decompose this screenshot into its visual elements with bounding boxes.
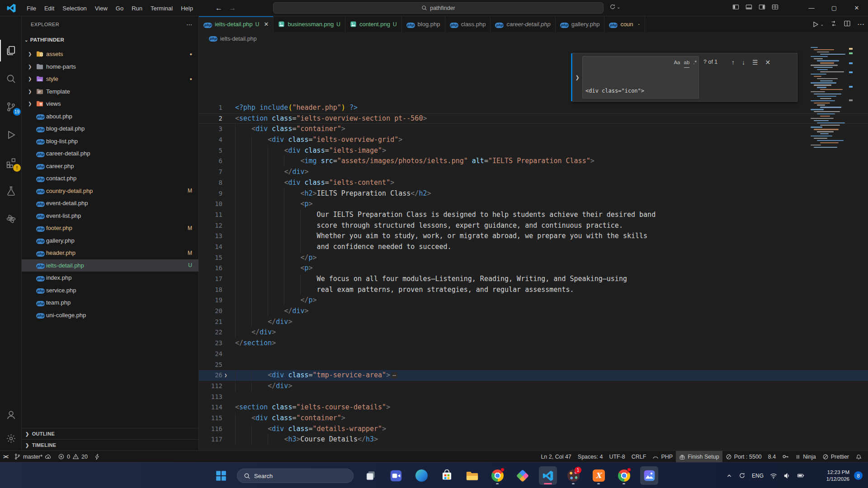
toggle-sidebar-left-icon[interactable]	[731, 3, 740, 11]
tree-item-style[interactable]: ❯cssstyle●	[22, 73, 198, 85]
tree-item-team-php[interactable]: phpteam.php	[22, 296, 198, 309]
tree-item-assets[interactable]: ❯assets●	[22, 48, 198, 61]
code-line-26[interactable]: 26❯ <div class="tmp-service-area">⋯	[199, 370, 868, 381]
code-line-3[interactable]: 3 <div class="container">	[199, 124, 868, 135]
menu-go[interactable]: Go	[112, 3, 127, 14]
code-line-6[interactable]: 6 <img src="assets/images/photos/ielts.p…	[199, 156, 868, 167]
taskbar-app-vscode[interactable]	[539, 466, 557, 485]
taskbar-app-chrome[interactable]	[488, 466, 506, 485]
timeline-panel-header[interactable]: ❯ TIMELINE	[22, 439, 198, 450]
battery-icon[interactable]	[797, 472, 805, 479]
code-line-7[interactable]: 7 </div>	[199, 167, 868, 178]
tree-item-footer-php[interactable]: phpfooter.phpM	[22, 222, 198, 235]
close-tab-icon[interactable]: ✕	[264, 21, 269, 28]
tree-item-uni-college-php[interactable]: phpuni-college.php	[22, 309, 198, 322]
status-remote-indicator[interactable]: ><	[0, 451, 11, 462]
status-php-version[interactable]: 8.4	[765, 451, 779, 462]
tree-item-Template[interactable]: ❯Template	[22, 85, 198, 98]
tree-item-header-php[interactable]: phpheader.phpM	[22, 247, 198, 259]
status-notifications-bell[interactable]	[852, 451, 865, 462]
next-match-icon[interactable]: ↓	[742, 59, 745, 101]
code-line-113[interactable]: 113	[199, 392, 868, 403]
code-line-115[interactable]: 115 <div class="container">	[199, 413, 868, 424]
tree-item-home-parts[interactable]: ❯home-parts	[22, 61, 198, 73]
menu-edit[interactable]: Edit	[40, 3, 58, 14]
whole-word-icon[interactable]: ab	[684, 58, 690, 68]
code-line-2[interactable]: 2<section class="ielts-overview-section …	[199, 113, 868, 124]
tree-item-contact-php[interactable]: phpcontact.php	[22, 172, 198, 185]
find-in-selection-icon[interactable]: ☰	[752, 59, 758, 101]
tree-item-event-list-php[interactable]: phpevent-list.php	[22, 210, 198, 222]
status-encoding[interactable]: UTF-8	[606, 451, 628, 462]
status-eol[interactable]: CRLF	[628, 451, 650, 462]
tab-ielts-detail-php[interactable]: phpielts-detail.phpU✕	[199, 16, 274, 32]
find-input[interactable]: Aa ab .* <div class="icon"> <!-- < <img …	[582, 56, 699, 99]
activity-search[interactable]	[0, 68, 22, 89]
back-arrow-icon[interactable]: ←	[215, 4, 222, 12]
status-indentation[interactable]: Spaces: 4	[575, 451, 606, 462]
code-line-21[interactable]: 21 </div>	[199, 317, 868, 328]
match-case-icon[interactable]: Aa	[674, 58, 680, 68]
tray-sync-icon[interactable]	[739, 472, 745, 479]
taskbar-app-diamond-app[interactable]	[514, 466, 532, 485]
volume-icon[interactable]	[783, 472, 791, 479]
tab-blog-php[interactable]: phpblog.php	[402, 16, 445, 32]
activity-extensions[interactable]: !	[0, 152, 22, 174]
code-line-23[interactable]: 23</section>	[199, 338, 868, 349]
menu-file[interactable]: File	[23, 3, 40, 14]
code-line-9[interactable]: 9 <h2>IELTS Preparation Class</h2>	[199, 188, 868, 199]
code-line-12[interactable]: 12 score through structured lessons, exp…	[199, 221, 868, 231]
taskbar-app-microsoft-store[interactable]	[438, 466, 456, 485]
project-root-folder[interactable]: ⌄ PATHFINDER	[22, 34, 198, 45]
tree-item-gallery-php[interactable]: phpgallery.php	[22, 235, 198, 247]
taskbar-app-dots-app[interactable]: 1	[564, 466, 582, 485]
code-line-5[interactable]: 5 <div class="ielts-image">	[199, 145, 868, 156]
tab-career-detail-php[interactable]: phpcareer-detail.php	[491, 16, 555, 32]
status-key[interactable]	[779, 451, 792, 462]
code-line-13[interactable]: 13 Whether you aim to study, work, or mi…	[199, 231, 868, 242]
status-prettier[interactable]: Prettier	[819, 451, 852, 462]
find-widget-sash[interactable]	[571, 53, 572, 101]
status-cursor-position[interactable]: Ln 2, Col 47	[538, 451, 574, 462]
code-line-20[interactable]: 20 </div>	[199, 306, 868, 317]
tree-item-views[interactable]: ❯<>views	[22, 98, 198, 110]
code-line-22[interactable]: 22 </div>	[199, 327, 868, 338]
more-actions-icon[interactable]: ⋯	[857, 20, 864, 28]
explorer-more-actions[interactable]: ⋯	[186, 21, 192, 28]
code-line-14[interactable]: 14 and confidence needed to succeed.	[199, 242, 868, 253]
close-button[interactable]: ✕	[845, 0, 868, 16]
tree-item-service-php[interactable]: phpservice.php	[22, 284, 198, 297]
activity-extension-atom[interactable]	[0, 208, 22, 230]
breadcrumb[interactable]: php ielts-detail.php	[199, 32, 868, 45]
code-line-114[interactable]: 114<section class="ielts-course-details"…	[199, 402, 868, 413]
code-line-19[interactable]: 19 </p>	[199, 295, 868, 306]
customize-layout-icon[interactable]	[771, 3, 779, 11]
code-line-25[interactable]: 25	[199, 360, 868, 371]
taskbar-app-edge[interactable]	[412, 466, 430, 485]
code-line-11[interactable]: 11 Our IELTS Preparation Class is design…	[199, 210, 868, 221]
menu-terminal[interactable]: Terminal	[146, 3, 177, 14]
fold-chevron-icon[interactable]: ❯	[224, 370, 227, 381]
toggle-sidebar-right-icon[interactable]	[758, 3, 766, 11]
notification-count-badge[interactable]: 8	[854, 471, 863, 480]
minimize-button[interactable]: —	[800, 0, 823, 16]
code-line-1[interactable]: 1<?php include("header.php") ?>	[199, 103, 868, 113]
refresh-dropdown-icon[interactable]: ⌄	[609, 4, 620, 10]
previous-match-icon[interactable]: ↑	[731, 59, 735, 101]
maximize-button[interactable]: ▢	[823, 0, 845, 16]
run-button[interactable]: ⌄	[812, 21, 824, 28]
code-line-112[interactable]: 112 </div>	[199, 381, 868, 392]
status-thunder[interactable]	[91, 451, 104, 462]
status-problems[interactable]: 020	[55, 451, 91, 462]
code-line-117[interactable]: 117 <h3>Course Details</h3>	[199, 434, 868, 445]
toggle-replace-icon[interactable]: ❯	[572, 53, 582, 101]
split-editor-icon[interactable]	[844, 20, 851, 29]
tree-item-event-detail-php[interactable]: phpevent-detail.php	[22, 197, 198, 210]
forward-arrow-icon[interactable]: →	[229, 4, 236, 12]
code-line-4[interactable]: 4 <div class="ielts-overview-grid">	[199, 135, 868, 145]
start-button[interactable]	[213, 468, 229, 483]
activity-testing[interactable]	[0, 180, 22, 202]
status-ninja[interactable]: Ninja	[792, 451, 819, 462]
tray-chevron-up-icon[interactable]	[726, 473, 732, 479]
tab-content-png[interactable]: content.pngU	[345, 16, 402, 32]
